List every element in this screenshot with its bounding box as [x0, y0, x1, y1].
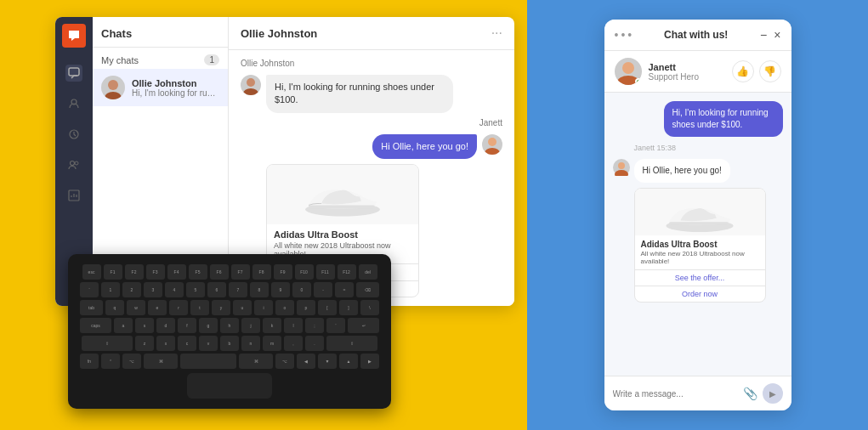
- widget-title: Chat with us!: [664, 29, 728, 41]
- key-comma[interactable]: ,: [284, 336, 303, 351]
- key-f7[interactable]: F7: [231, 264, 250, 280]
- key-b[interactable]: b: [220, 336, 239, 351]
- key-alt-left[interactable]: ⌥: [122, 354, 141, 369]
- key-r[interactable]: r: [169, 300, 188, 315]
- key-y[interactable]: y: [212, 300, 230, 315]
- key-rbracket[interactable]: ]: [339, 300, 358, 315]
- key-fn[interactable]: fn: [80, 354, 99, 369]
- key-a[interactable]: a: [114, 318, 133, 333]
- key-alt-right[interactable]: ⌥: [275, 354, 294, 369]
- key-backspace[interactable]: ⌫: [356, 282, 379, 297]
- key-u[interactable]: u: [233, 300, 252, 315]
- key-h[interactable]: h: [220, 318, 239, 333]
- key-q[interactable]: q: [105, 300, 124, 315]
- key-backslash[interactable]: \: [360, 300, 379, 315]
- key-f4[interactable]: F4: [167, 264, 186, 280]
- key-tab[interactable]: tab: [80, 300, 103, 315]
- key-8[interactable]: 8: [250, 282, 269, 297]
- my-chats-badge: 1: [204, 54, 219, 65]
- send-button[interactable]: ▶: [763, 383, 783, 404]
- key-del[interactable]: del: [359, 264, 377, 280]
- key-g[interactable]: g: [199, 318, 218, 333]
- thumbs-down-button[interactable]: 👎: [759, 60, 781, 82]
- key-f[interactable]: f: [178, 318, 196, 333]
- key-return[interactable]: ↵: [348, 318, 379, 333]
- key-w[interactable]: w: [127, 300, 145, 315]
- key-o[interactable]: o: [275, 300, 294, 315]
- key-f3[interactable]: F3: [146, 264, 165, 280]
- key-arrow-left[interactable]: ◀: [297, 354, 315, 369]
- key-k[interactable]: k: [263, 318, 281, 333]
- sidebar-item-chats[interactable]: [65, 65, 82, 82]
- key-f12[interactable]: F12: [338, 264, 356, 280]
- key-shift-left[interactable]: ⇧: [82, 336, 133, 351]
- sidebar-item-team[interactable]: [65, 156, 82, 173]
- key-period[interactable]: .: [305, 336, 324, 351]
- trackpad[interactable]: [187, 373, 272, 399]
- key-i[interactable]: i: [254, 300, 273, 315]
- key-5[interactable]: 5: [186, 282, 205, 297]
- key-ctrl[interactable]: ⌃: [101, 354, 120, 369]
- key-j[interactable]: j: [241, 318, 260, 333]
- key-x[interactable]: x: [156, 336, 175, 351]
- key-cmd-left[interactable]: ⌘: [144, 354, 178, 369]
- key-shift-right[interactable]: ⇧: [326, 336, 377, 351]
- key-d[interactable]: d: [156, 318, 175, 333]
- key-cmd-right[interactable]: ⌘: [239, 354, 273, 369]
- minimize-button[interactable]: −: [760, 28, 767, 42]
- key-z[interactable]: z: [135, 336, 154, 351]
- key-l[interactable]: l: [284, 318, 303, 333]
- widget-agent-reply-row: Hi Ollie, here you go!: [613, 159, 783, 183]
- sidebar-item-reports[interactable]: [65, 187, 82, 204]
- key-arrow-up[interactable]: ▲: [339, 354, 358, 369]
- key-semicolon[interactable]: ;: [305, 318, 324, 333]
- chat-options-button[interactable]: ···: [491, 25, 502, 41]
- attach-button[interactable]: 📎: [743, 387, 757, 400]
- key-v[interactable]: v: [199, 336, 218, 351]
- thumbs-up-button[interactable]: 👍: [732, 60, 754, 82]
- key-s[interactable]: s: [135, 318, 154, 333]
- key-minus[interactable]: -: [314, 282, 332, 297]
- key-f5[interactable]: F5: [189, 264, 207, 280]
- key-caps[interactable]: caps: [80, 318, 111, 333]
- key-f9[interactable]: F9: [274, 264, 292, 280]
- key-9[interactable]: 9: [271, 282, 290, 297]
- svg-point-9: [243, 88, 258, 95]
- key-1[interactable]: 1: [101, 282, 120, 297]
- widget-see-offer-link[interactable]: See the offer...: [635, 269, 765, 286]
- key-3[interactable]: 3: [144, 282, 162, 297]
- key-m[interactable]: m: [263, 336, 281, 351]
- ollie-preview: Hi, I'm looking for running shoes...: [132, 88, 219, 98]
- key-t[interactable]: t: [190, 300, 209, 315]
- key-quote[interactable]: ': [326, 318, 345, 333]
- key-f6[interactable]: F6: [210, 264, 229, 280]
- key-space[interactable]: [180, 354, 236, 369]
- chat-list-item-ollie[interactable]: Ollie Johnston Hi, I'm looking for runni…: [93, 69, 228, 106]
- key-n[interactable]: n: [241, 336, 260, 351]
- key-lbracket[interactable]: [: [318, 300, 337, 315]
- key-f10[interactable]: F10: [295, 264, 314, 280]
- sidebar-item-contacts[interactable]: [65, 95, 82, 112]
- key-f8[interactable]: F8: [252, 264, 271, 280]
- widget-order-link[interactable]: Order now: [635, 286, 765, 302]
- key-backtick[interactable]: `: [80, 282, 99, 297]
- close-button[interactable]: ×: [774, 28, 780, 42]
- key-arrow-down[interactable]: ▼: [318, 354, 337, 369]
- key-2[interactable]: 2: [122, 282, 141, 297]
- key-p[interactable]: p: [297, 300, 315, 315]
- key-7[interactable]: 7: [229, 282, 247, 297]
- key-f11[interactable]: F11: [316, 264, 335, 280]
- key-6[interactable]: 6: [207, 282, 226, 297]
- key-c[interactable]: c: [178, 336, 196, 351]
- message-input[interactable]: [613, 389, 738, 399]
- key-0[interactable]: 0: [292, 282, 311, 297]
- agent-bar: Janett Support Hero 👍 👎: [604, 51, 791, 93]
- key-equals[interactable]: =: [335, 282, 354, 297]
- key-e[interactable]: e: [148, 300, 167, 315]
- key-f1[interactable]: F1: [104, 264, 122, 280]
- sidebar-item-history[interactable]: [65, 126, 82, 143]
- key-4[interactable]: 4: [165, 282, 184, 297]
- key-esc[interactable]: esc: [82, 264, 101, 280]
- key-arrow-right[interactable]: ▶: [360, 354, 379, 369]
- key-f2[interactable]: F2: [125, 264, 144, 280]
